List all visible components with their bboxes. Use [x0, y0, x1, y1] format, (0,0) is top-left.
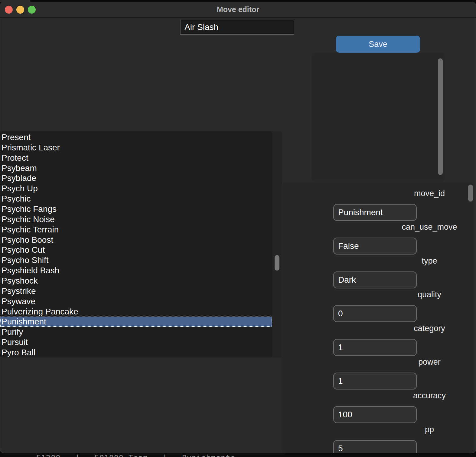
move-name-value: Air Slash: [181, 22, 218, 32]
field-label-category: category: [333, 324, 474, 333]
move-list-item[interactable]: Psychic Noise: [0, 214, 272, 225]
move-list-item[interactable]: Psywave: [0, 296, 272, 307]
move-name-input[interactable]: Air Slash: [180, 20, 294, 35]
field-input-can_use_move[interactable]: False: [333, 238, 417, 255]
move-form-panel: move_idPunishmentcan_use_moveFalsetypeDa…: [281, 182, 474, 453]
move-list-item[interactable]: Psystrike: [0, 286, 272, 296]
field-input-quality[interactable]: 0: [333, 305, 417, 322]
move-list-item[interactable]: Pulverizing Pancake: [0, 307, 272, 317]
field-input-accuracy[interactable]: 100: [333, 406, 417, 423]
field-value-type: Dark: [334, 275, 356, 285]
field-label-accuracy: accuracy: [333, 391, 474, 400]
move-list-item[interactable]: Psychic: [0, 194, 272, 204]
field-value-pp: 5: [334, 444, 343, 453]
details-panel: [311, 53, 445, 181]
field-value-category: 1: [334, 343, 343, 352]
field-label-can_use_move: can_use_move: [333, 222, 474, 232]
move-list-item[interactable]: Pyro Ball: [0, 347, 272, 358]
field-input-type[interactable]: Dark: [333, 271, 417, 288]
field-label-type: type: [333, 256, 474, 266]
traffic-lights: [5, 2, 36, 17]
move-list-item[interactable]: Psycho Shift: [0, 255, 272, 265]
zoom-button[interactable]: [28, 6, 36, 14]
move-list-item[interactable]: Psyshield Bash: [0, 265, 272, 276]
move-list-item[interactable]: Psyshock: [0, 276, 272, 286]
move-list-item[interactable]: Psychic Terrain: [0, 225, 272, 235]
move-list-item[interactable]: Pursuit: [0, 337, 272, 347]
close-button[interactable]: [5, 6, 13, 14]
field-value-quality: 0: [334, 309, 343, 318]
field-value-move_id: Punishment: [334, 208, 383, 217]
move-list-item[interactable]: Psycho Cut: [0, 245, 272, 255]
move-list-item-selected[interactable]: Punishment: [0, 317, 272, 327]
background-terminal-text: 51200 | 501000 Team | Punishmente: [36, 453, 235, 457]
field-label-quality: quality: [333, 290, 474, 299]
save-button[interactable]: Save: [336, 36, 420, 53]
field-value-can_use_move: False: [334, 241, 359, 251]
field-label-pp: pp: [333, 425, 474, 434]
field-label-power: power: [333, 357, 474, 367]
field-input-power[interactable]: 1: [333, 373, 417, 390]
move-list-item[interactable]: Psychic Fangs: [0, 204, 272, 214]
move-editor-window: Move editor Air Slash Save PresentPrisma…: [0, 2, 476, 453]
minimize-button[interactable]: [16, 6, 24, 14]
field-input-category[interactable]: 1: [333, 339, 417, 356]
move-list: PresentPrismatic LaserProtectPsybeamPsyb…: [0, 131, 272, 357]
titlebar: Move editor: [0, 2, 476, 18]
field-label-move_id: move_id: [333, 189, 474, 198]
background-terminal: 51200 | 501000 Team | Punishmente: [0, 453, 476, 457]
window-title: Move editor: [0, 2, 476, 17]
move-list-item[interactable]: Present: [0, 132, 272, 143]
move-list-scrollbar-thumb[interactable]: [275, 255, 279, 271]
move-list-item[interactable]: Protect: [0, 153, 272, 163]
move-list-scrollbar-track[interactable]: [272, 131, 282, 357]
move-list-item[interactable]: Psycho Boost: [0, 235, 272, 245]
field-input-move_id[interactable]: Punishment: [333, 204, 417, 221]
move-list-item[interactable]: Psych Up: [0, 183, 272, 194]
move-list-item[interactable]: Psybeam: [0, 163, 272, 173]
field-input-pp[interactable]: 5: [333, 440, 417, 453]
move-list-item[interactable]: Prismatic Laser: [0, 143, 272, 153]
field-value-power: 1: [334, 376, 343, 386]
move-list-item[interactable]: Psyblade: [0, 173, 272, 183]
details-scrollbar-thumb[interactable]: [438, 58, 443, 175]
field-value-accuracy: 100: [334, 410, 352, 419]
move-list-item[interactable]: Purify: [0, 327, 272, 337]
